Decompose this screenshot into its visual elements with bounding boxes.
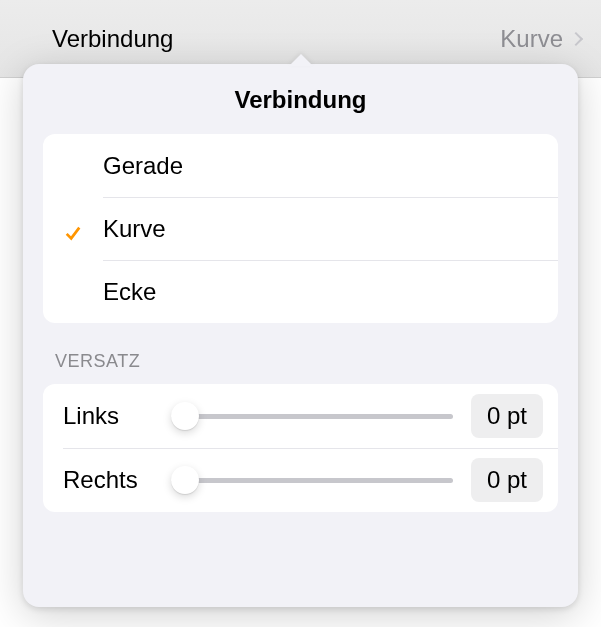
offset-right-row: Rechts 0 pt [43,448,558,512]
popover-title: Verbindung [23,64,578,134]
slider-track [171,414,453,419]
option-label: Kurve [103,215,166,243]
offset-right-slider[interactable] [171,466,453,494]
option-ecke[interactable]: Ecke [43,260,558,323]
option-label: Ecke [103,278,156,306]
offset-left-row: Links 0 pt [43,384,558,448]
parent-value-wrap: Kurve [500,25,581,53]
slider-track [171,478,453,483]
option-kurve[interactable]: Kurve [43,197,558,260]
chevron-right-icon [569,32,583,46]
offset-right-label: Rechts [63,466,153,494]
offset-header: Versatz [23,323,578,384]
slider-thumb[interactable] [171,466,199,494]
offset-left-label: Links [63,402,153,430]
option-gerade[interactable]: Gerade [43,134,558,197]
slider-thumb[interactable] [171,402,199,430]
offset-right-value[interactable]: 0 pt [471,458,543,502]
offset-sliders: Links 0 pt Rechts 0 pt [43,384,558,512]
parent-value: Kurve [500,25,563,53]
connection-type-list: Gerade Kurve Ecke [43,134,558,323]
parent-label: Verbindung [52,25,173,53]
verbindung-popover: Verbindung Gerade Kurve [23,64,578,607]
offset-left-value[interactable]: 0 pt [471,394,543,438]
checkmark-icon [64,220,82,238]
check-slot [43,220,103,238]
option-label: Gerade [103,152,183,180]
offset-left-slider[interactable] [171,402,453,430]
